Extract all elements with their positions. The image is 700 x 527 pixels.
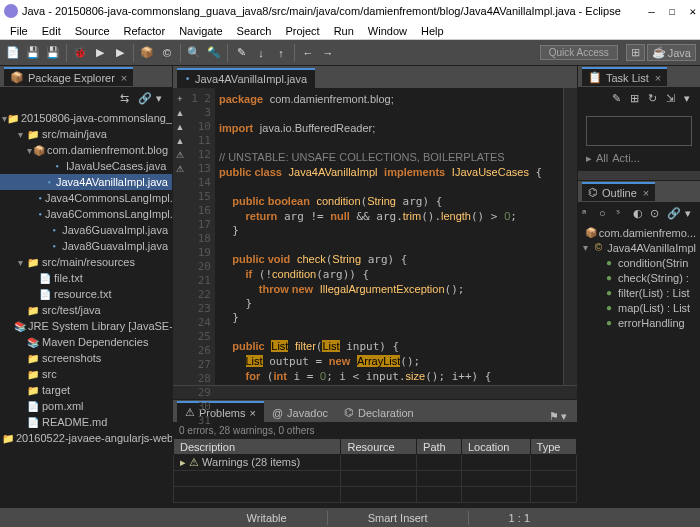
horizontal-scrollbar[interactable] <box>173 385 577 399</box>
close-button[interactable]: ✕ <box>689 5 696 18</box>
prev-annotation-icon[interactable]: ↑ <box>272 44 290 62</box>
tree-item[interactable]: 🞄Java8GuavaImpl.java <box>0 238 172 254</box>
menu-run[interactable]: Run <box>328 24 360 38</box>
column-header[interactable]: Path <box>417 439 462 455</box>
java-perspective-button[interactable]: ☕ Java <box>647 44 696 61</box>
column-header[interactable]: Type <box>530 439 576 455</box>
tree-item[interactable]: 📚Maven Dependencies <box>0 334 172 350</box>
tree-item[interactable]: 📄README.md <box>0 414 172 430</box>
tree-item[interactable]: 📄pom.xml <box>0 398 172 414</box>
tree-item[interactable]: 📄resource.txt <box>0 286 172 302</box>
menu-navigate[interactable]: Navigate <box>173 24 228 38</box>
view-menu-icon[interactable]: ▾ <box>561 410 573 422</box>
new-class-icon[interactable]: © <box>158 44 176 62</box>
tree-item[interactable]: 📄file.txt <box>0 270 172 286</box>
tab-javadoc[interactable]: @Javadoc <box>264 404 336 422</box>
tree-item[interactable]: ▾📁src/main/resources <box>0 254 172 270</box>
quick-access[interactable]: Quick Access <box>540 45 618 60</box>
tab-declaration[interactable]: ⌬Declaration <box>336 403 422 422</box>
close-icon[interactable]: × <box>643 187 649 199</box>
run-icon[interactable]: ▶ <box>91 44 109 62</box>
menu-window[interactable]: Window <box>362 24 413 38</box>
view-menu-icon[interactable]: ▾ <box>684 92 696 104</box>
new-package-icon[interactable]: 📦 <box>138 44 156 62</box>
hide-local-icon[interactable]: ⊙ <box>650 207 661 219</box>
view-menu-icon[interactable]: ▾ <box>156 92 168 104</box>
collapse-icon[interactable]: ⇲ <box>666 92 678 104</box>
menu-help[interactable]: Help <box>415 24 450 38</box>
run-ext-icon[interactable]: ▶ <box>111 44 129 62</box>
task-filter[interactable]: All <box>596 152 608 165</box>
editor-tab[interactable]: 🞄 Java4AVanillaImpl.java <box>177 68 315 88</box>
hide-fields-icon[interactable]: ○ <box>599 207 610 219</box>
column-header[interactable]: Description <box>174 439 341 455</box>
package-explorer-tab[interactable]: 📦 Package Explorer × <box>4 67 133 86</box>
sync-icon[interactable]: ↻ <box>648 92 660 104</box>
toggle-mark-icon[interactable]: ✎ <box>232 44 250 62</box>
menu-source[interactable]: Source <box>69 24 116 38</box>
search-icon[interactable]: 🔦 <box>205 44 223 62</box>
tree-item[interactable]: 🞄Java4CommonsLangImpl.java <box>0 190 172 206</box>
outline-item[interactable]: ▾©Java4AVanillaImpl <box>578 240 700 255</box>
new-task-icon[interactable]: ✎ <box>612 92 624 104</box>
tree-item[interactable]: 🞄Java6GuavaImpl.java <box>0 222 172 238</box>
close-icon[interactable]: × <box>249 407 255 419</box>
task-filter[interactable]: Acti... <box>612 152 640 165</box>
tab-problems[interactable]: ⚠Problems× <box>177 401 264 422</box>
outline-item[interactable]: ●errorHandling <box>578 315 700 330</box>
open-type-icon[interactable]: 🔍 <box>185 44 203 62</box>
column-header[interactable]: Resource <box>341 439 417 455</box>
tree-item[interactable]: ▾📁20150806-java-commonslang_guava_... <box>0 110 172 126</box>
view-menu-icon[interactable]: ▾ <box>685 207 696 219</box>
package-explorer-tree[interactable]: ▾📁20150806-java-commonslang_guava_...▾📁s… <box>0 108 172 507</box>
tree-item[interactable]: 📁20160522-javaee-angularjs-webpack... <box>0 430 172 446</box>
outline-tab[interactable]: ⌬ Outline × <box>582 182 655 201</box>
tree-item[interactable]: ▾📁src/main/java <box>0 126 172 142</box>
code-editor[interactable]: + ▲ ▲ ▲ ⚠ ⚠ 1 2 3 10 11 12 13 14 15 16 1… <box>173 88 577 385</box>
back-icon[interactable]: ← <box>299 44 317 62</box>
close-icon[interactable]: × <box>655 72 661 84</box>
menu-project[interactable]: Project <box>279 24 325 38</box>
link-icon[interactable]: 🔗 <box>667 207 679 219</box>
tree-item[interactable]: 📚JRE System Library [JavaSE-1.8] <box>0 318 172 334</box>
outline-tree[interactable]: 📦com.damienfremo...▾©Java4AVanillaImpl●c… <box>578 223 700 506</box>
close-icon[interactable]: × <box>121 72 127 84</box>
task-filter[interactable]: ▸ <box>586 152 592 165</box>
save-icon[interactable]: 💾 <box>24 44 42 62</box>
hide-nonpublic-icon[interactable]: ◐ <box>633 207 644 219</box>
problems-table[interactable]: DescriptionResourcePathLocationType ▸ ⚠ … <box>173 438 577 507</box>
menu-search[interactable]: Search <box>231 24 278 38</box>
menu-edit[interactable]: Edit <box>36 24 67 38</box>
outline-item[interactable]: ●filter(List) : List <box>578 285 700 300</box>
table-row[interactable]: ▸ ⚠ Warnings (28 items) <box>174 455 577 471</box>
new-icon[interactable]: 📄 <box>4 44 22 62</box>
next-annotation-icon[interactable]: ↓ <box>252 44 270 62</box>
hide-static-icon[interactable]: ˢ <box>616 207 627 219</box>
debug-icon[interactable]: 🐞 <box>71 44 89 62</box>
maximize-button[interactable]: ☐ <box>669 5 676 18</box>
tree-item[interactable]: 🞄IJavaUseCases.java <box>0 158 172 174</box>
tree-item[interactable]: 📁target <box>0 382 172 398</box>
tree-item[interactable]: 📁src <box>0 366 172 382</box>
link-editor-icon[interactable]: 🔗 <box>138 92 150 104</box>
tree-item[interactable]: 📁screenshots <box>0 350 172 366</box>
outline-item[interactable]: ●condition(Strin <box>578 255 700 270</box>
save-all-icon[interactable]: 💾 <box>44 44 62 62</box>
outline-item[interactable]: ●map(List) : List <box>578 300 700 315</box>
outline-item[interactable]: 📦com.damienfremo... <box>578 225 700 240</box>
tree-item[interactable]: 📁src/test/java <box>0 302 172 318</box>
minimize-button[interactable]: — <box>648 5 655 18</box>
sort-icon[interactable]: ᵃ <box>582 207 593 219</box>
outline-item[interactable]: ●check(String) : <box>578 270 700 285</box>
tree-item[interactable]: 🞄Java4AVanillaImpl.java <box>0 174 172 190</box>
filter-icon[interactable]: ⚑ <box>549 410 561 422</box>
menu-refactor[interactable]: Refactor <box>118 24 172 38</box>
tree-item[interactable]: ▾📦com.damienfremont.blog <box>0 142 172 158</box>
task-working-set[interactable] <box>586 116 692 146</box>
open-perspective-button[interactable]: ⊞ <box>626 44 645 61</box>
column-header[interactable]: Location <box>461 439 530 455</box>
collapse-all-icon[interactable]: ⇆ <box>120 92 132 104</box>
tree-item[interactable]: 🞄Java6CommonsLangImpl.java <box>0 206 172 222</box>
task-list-tab[interactable]: 📋 Task List × <box>582 67 667 86</box>
forward-icon[interactable]: → <box>319 44 337 62</box>
